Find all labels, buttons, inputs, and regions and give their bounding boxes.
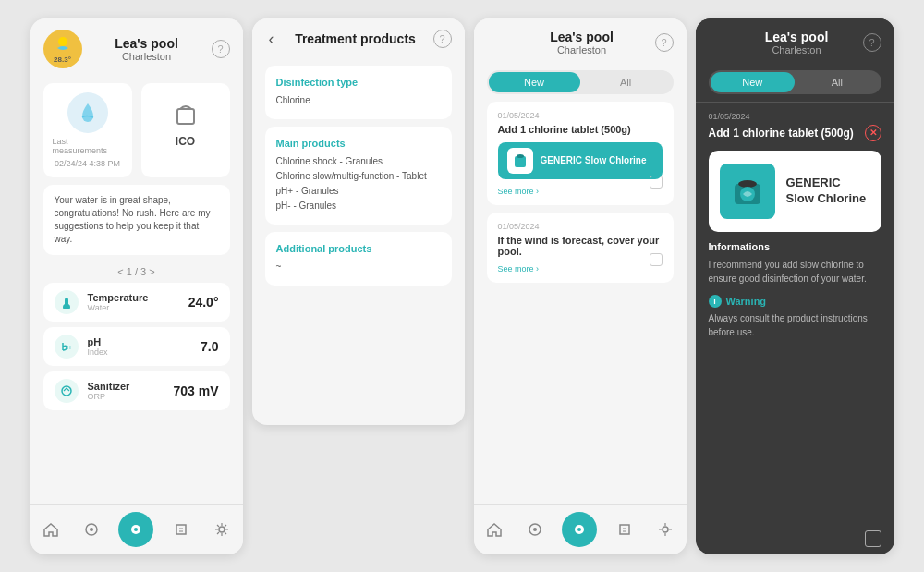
rec1-see-more[interactable]: See more › <box>498 187 540 196</box>
svg-point-17 <box>738 180 757 188</box>
screen3-title: Lea's pool <box>509 30 655 44</box>
svg-text:H: H <box>67 345 71 350</box>
main-products-content: Chlorine shock - Granules Chlorine slow/… <box>276 154 441 213</box>
s4-tab-all[interactable]: All <box>795 72 880 92</box>
screen3-bottom-nav <box>474 504 687 554</box>
main-products-section: Main products Chlorine shock - Granules … <box>265 127 452 225</box>
ico-widget: ICO <box>141 83 230 177</box>
s4-done-checkbox[interactable] <box>865 530 881 547</box>
screen3-tab-bar: New All <box>487 70 674 94</box>
screen1-help-button[interactable]: ? <box>212 40 230 58</box>
s3-nav-home[interactable] <box>480 516 508 543</box>
sanitizer-label: Sanitizer <box>88 381 164 392</box>
ph-value: 7.0 <box>201 339 218 354</box>
svg-point-0 <box>58 37 67 46</box>
screen4-header: Lea's pool Charleston ? <box>696 18 894 63</box>
rec2-card: 01/05/2024 If the wind is forecast, cove… <box>487 213 674 283</box>
nav-scan[interactable] <box>78 516 105 543</box>
screen1-header: 28.3° Lea's pool Charleston ? <box>30 18 243 76</box>
nav-home[interactable] <box>37 516 65 543</box>
screen1-bottom-nav <box>30 504 243 554</box>
rec1-checkbox[interactable] <box>650 176 663 189</box>
screen2-header: ‹ Treatment products ? <box>252 18 465 56</box>
svg-point-10 <box>517 154 524 158</box>
nav-record-active[interactable] <box>118 512 153 547</box>
s4-info-area: Informations I recommend you add slow ch… <box>696 232 894 348</box>
temperature-label: Temperature <box>88 292 179 303</box>
screen3-help-button[interactable]: ? <box>655 33 674 52</box>
s4-warning-text: Always consult the product instructions … <box>709 311 881 339</box>
treatment-sections: Disinfection type Chlorine Main products… <box>252 56 465 425</box>
s4-product-image <box>720 164 775 219</box>
screen2-help-button[interactable]: ? <box>433 30 452 48</box>
sanitizer-icon <box>55 379 79 403</box>
s4-rec-title: Add 1 chlorine tablet (500g) ✕ <box>696 125 894 151</box>
product-pill-icon <box>507 148 533 174</box>
screen2-title-group: Treatment products <box>278 31 433 46</box>
sanitizer-metric: Sanitizer ORP 703 mV <box>43 371 230 410</box>
tab-all[interactable]: All <box>580 72 672 92</box>
disinfection-title: Disinfection type <box>276 77 441 88</box>
additional-products-section: Additional products ~ <box>265 232 452 286</box>
sanitizer-sub: ORP <box>88 392 164 401</box>
nav-settings[interactable] <box>208 516 236 543</box>
svg-point-7 <box>134 528 138 531</box>
s3-nav-record-active[interactable] <box>562 512 597 547</box>
s3-nav-scan[interactable] <box>521 516 549 543</box>
screen4-tab-bar: New All <box>709 70 881 94</box>
s4-check-area <box>696 523 894 554</box>
s4-product-name: GENERICSlow Chlorine <box>786 176 867 207</box>
back-button[interactable]: ‹ <box>265 30 278 49</box>
temperature-metric: Temperature Water 24.0° <box>43 283 230 322</box>
tab-new[interactable]: New <box>489 72 580 92</box>
s4-rec-date: 01/05/2024 <box>696 103 894 125</box>
svg-point-12 <box>533 528 537 531</box>
s3-nav-history[interactable] <box>611 516 638 543</box>
weather-widget: 28.3° <box>43 30 82 68</box>
temperature-icon <box>55 290 79 314</box>
screen3-header: Lea's pool Charleston ? <box>474 18 687 63</box>
s4-tab-new[interactable]: New <box>711 72 796 92</box>
temperature-sub: Water <box>88 303 179 312</box>
screen1-widgets: Last measurements 02/24/24 4:38 PM ICO <box>30 76 243 185</box>
water-icon <box>67 92 108 133</box>
screen1-subtitle: Charleston <box>82 51 212 62</box>
s3-nav-settings[interactable] <box>651 516 679 543</box>
ico-label: ICO <box>176 135 195 148</box>
screen4-help-button[interactable]: ? <box>863 33 881 52</box>
close-button[interactable]: ✕ <box>865 125 881 141</box>
screen1: 28.3° Lea's pool Charleston ? Last measu… <box>30 18 243 554</box>
rec1-card: 01/05/2024 Add 1 chlorine tablet (500g) … <box>487 102 674 205</box>
metrics-list: Temperature Water 24.0° H pH Index 7.0 <box>30 283 243 410</box>
rec2-see-more[interactable]: See more › <box>498 264 540 274</box>
s4-warning-title: i Warning <box>709 295 881 308</box>
screen3: Lea's pool Charleston ? New All 01/05/20… <box>474 18 687 554</box>
screen2-title: Treatment products <box>278 31 433 46</box>
sanitizer-value: 703 mV <box>173 383 218 398</box>
rec1-date: 01/05/2024 <box>498 111 663 120</box>
rec2-checkbox[interactable] <box>650 253 663 266</box>
measurement-label: Last measurements <box>53 137 123 155</box>
svg-point-15 <box>663 527 668 532</box>
water-measurement-widget: Last measurements 02/24/24 4:38 PM <box>43 83 132 177</box>
screen4: Lea's pool Charleston ? New All 01/05/20… <box>696 18 894 554</box>
temperature-info: Temperature Water <box>88 292 179 312</box>
measurement-date: 02/24/24 4:38 PM <box>55 159 120 168</box>
ph-label: pH <box>88 336 192 347</box>
ph-info: pH Index <box>88 336 192 357</box>
screen4-subtitle: Charleston <box>731 44 863 55</box>
screen3-subtitle: Charleston <box>509 44 655 55</box>
rec2-date: 01/05/2024 <box>498 222 663 231</box>
svg-point-14 <box>578 528 581 531</box>
screen1-title: Lea's pool <box>82 36 212 51</box>
s4-product-card: GENERICSlow Chlorine <box>709 151 881 232</box>
pagination[interactable]: < 1 / 3 > <box>30 262 243 283</box>
rec2-title: If the wind is forecast, cover your pool… <box>498 235 663 257</box>
nav-history[interactable] <box>167 516 195 543</box>
info-icon: i <box>709 295 722 308</box>
s4-info-text: I recommend you add slow chlorine to ens… <box>709 258 881 286</box>
product-pill[interactable]: GENERIC Slow Chlorine <box>498 142 663 179</box>
status-message: Your water is in great shape, congratula… <box>43 185 230 255</box>
disinfection-section: Disinfection type Chlorine <box>265 66 452 119</box>
product-pill-label: GENERIC Slow Chlorine <box>541 155 647 165</box>
